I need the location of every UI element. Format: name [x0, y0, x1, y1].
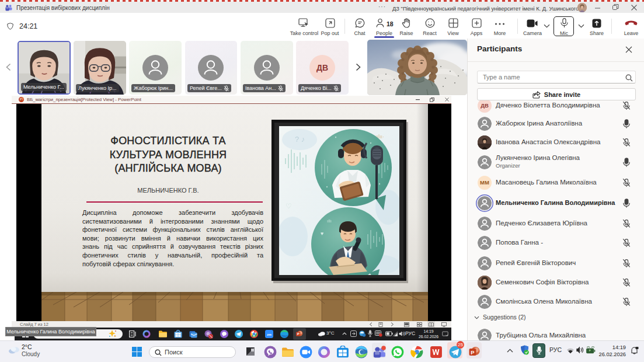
svg-text:P: P	[297, 332, 300, 336]
svg-text:♡: ♡	[286, 202, 292, 210]
svg-text:♥: ♥	[321, 231, 323, 236]
svg-text:P: P	[471, 350, 474, 356]
svg-text:zm: zm	[267, 333, 271, 336]
svg-text:P: P	[20, 98, 22, 101]
svg-text:? ♪: ? ♪	[295, 135, 305, 144]
svg-text:ıllı: ıllı	[327, 218, 332, 224]
